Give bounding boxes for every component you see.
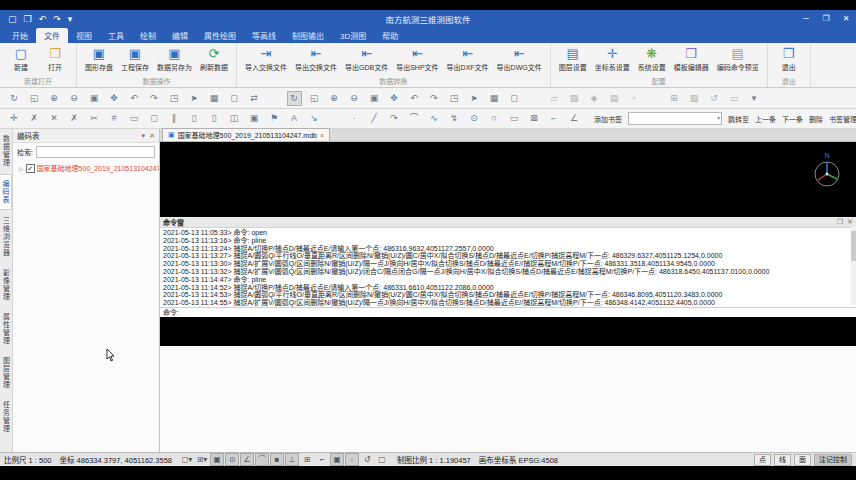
toolbar-icon[interactable]: ▭ [727,91,742,106]
toolbar-icon[interactable]: ↻ [7,91,22,106]
tree-row[interactable]: ▷ ✓ 国家基础地理500_2019_210513104247.mdb (.. [13,161,159,173]
toolbar-icon[interactable]: ◻ [507,91,522,106]
toolbar-icon[interactable]: ⌒ [407,111,422,126]
toolbar-icon[interactable]: ↶ [127,91,142,106]
side-tab[interactable]: 编码表 [0,174,12,210]
toolbar-icon[interactable]: ◫ [227,111,242,126]
ribbon-tab[interactable]: 工具 [100,28,132,43]
quick-access-icon[interactable]: ❒ [24,10,32,28]
toolbar-icon[interactable]: ⊠ [527,111,542,126]
toolbar-icon[interactable]: ∥ [167,111,182,126]
toolbar-icon[interactable]: ⊖ [347,91,362,106]
toolbar-icon[interactable]: ⌐ [547,111,562,126]
toolbar-icon[interactable]: ▦ [207,91,222,106]
window-control-button[interactable]: ❐ [816,10,836,28]
quick-access-icon[interactable]: ▢ [8,10,17,28]
toolbar-icon[interactable]: ◳ [167,91,182,106]
side-tab[interactable]: 图层管理 [1,352,12,394]
delete-bookmark-button[interactable]: 删除 [809,114,823,124]
ribbon-tab[interactable]: 编辑 [164,28,196,43]
toolbar-icon[interactable]: ▣ [367,91,382,106]
toolbar-icon[interactable]: ✛ [7,111,22,126]
status-mode-button[interactable]: 线 [774,454,791,466]
tree-checkbox[interactable]: ✓ [26,164,35,173]
side-tab[interactable]: 属性管理 [1,308,12,350]
status-toggle-icon[interactable]: ■ [270,453,284,466]
status-toggle-icon[interactable]: ⊞ [300,453,314,466]
toolbar-icon[interactable]: ⊕ [47,91,62,106]
ribbon-button[interactable]: ⇤ 导出DWG文件 [494,45,545,72]
toolbar-icon[interactable]: ⚑ [267,111,282,126]
status-mode-button[interactable]: 点 [754,454,771,466]
toolbar-icon[interactable] [527,91,542,106]
toolbar-icon[interactable]: ↶ [407,91,422,106]
ribbon-button[interactable]: ▣ 工程保存 [118,45,152,72]
toolbar-icon[interactable]: ✗ [67,111,82,126]
document-tab[interactable]: ▣ 国家基础地理500_2019_210513104247.mdb × [162,128,330,141]
ribbon-button[interactable]: ▣ 数据另存为 [154,45,195,72]
status-toggle-icon[interactable]: ⊞▾ [195,453,209,466]
status-toggle-icon[interactable]: ▢ [375,453,389,466]
toolbar-icon[interactable]: ↷ [147,91,162,106]
toolbar-icon[interactable]: ➤ [187,91,202,106]
status-toggle-icon[interactable]: ▣ [330,453,344,466]
status-toggle-icon[interactable]: ⊙ [225,453,239,466]
toolbar-icon[interactable]: ▣ [247,111,262,126]
toolbar-icon[interactable]: ⇄ [247,91,262,106]
ribbon-button[interactable]: ✛ 坐标系设置 [592,45,633,72]
ribbon-button[interactable]: ❒ 模板编辑器 [671,45,712,72]
search-input[interactable] [36,146,155,158]
ribbon-button[interactable]: ❋ 系统设置 [635,45,669,72]
toolbar-icon[interactable]: ◻ [227,91,242,106]
goto-bookmark-button[interactable]: 跳转至 [728,114,749,124]
bookmark-combo-input[interactable] [628,112,722,125]
log-scrollbar[interactable] [851,227,856,305]
toolbar-icon[interactable]: ⊕ [327,91,342,106]
toolbar-icon[interactable]: · [347,111,362,126]
toolbar-icon[interactable]: ▤ [607,91,622,106]
ribbon-button[interactable]: ⇤ 导出交换文件 [292,45,340,72]
ribbon-tab[interactable]: 文件 [36,28,68,43]
quick-access-icon[interactable]: ↷ [53,10,61,28]
ribbon-button[interactable]: ▤ 图层设置 [556,45,590,72]
quick-access-icon[interactable]: ↶ [39,10,47,28]
toolbar-icon[interactable]: ▾ [747,91,762,106]
status-toggle-icon[interactable]: ⌐ [315,453,329,466]
ribbon-tab[interactable]: 开始 [4,28,36,43]
toolbar-icon[interactable]: ╱ [367,111,382,126]
toolbar-icon[interactable]: ◱ [307,91,322,106]
quick-access-icon[interactable]: ▾ [68,10,73,28]
side-tab[interactable]: 任务管理 [1,396,12,438]
ribbon-tab[interactable]: 3D测图 [332,28,374,43]
status-mode-button[interactable]: 注记控制 [814,454,852,466]
toolbar-icon[interactable]: ◱ [27,91,42,106]
window-control-button[interactable]: ✕ [836,10,856,28]
status-toggle-icon[interactable]: ↺ [360,453,374,466]
close-tab-icon[interactable]: × [320,132,324,139]
toolbar-icon[interactable]: ◳ [447,91,462,106]
toolbar-icon[interactable]: ∠ [567,111,582,126]
toolbar-icon[interactable]: ▱ [547,91,562,106]
tree-expander-icon[interactable]: ▷ [19,165,24,172]
toolbar-icon[interactable]: ↻ [287,91,302,106]
toolbar-icon[interactable]: ⊞ [667,91,682,106]
status-toggle-icon[interactable]: ▣ [210,453,224,466]
side-tab[interactable]: 三维浏览器 [1,212,12,262]
status-toggle-icon[interactable]: ◻▾ [180,453,194,466]
ribbon-button[interactable]: ⇥ 导入交换文件 [242,45,290,72]
status-mode-button[interactable]: 面 [794,454,811,466]
toolbar-icon[interactable] [327,111,342,126]
side-tab[interactable]: 影像管理 [1,264,12,306]
ribbon-button[interactable]: ▣ 图形存盘 [82,45,116,72]
add-bookmark-button[interactable]: 添加书签 [594,114,622,124]
toolbar-icon[interactable]: ↷ [427,91,442,106]
toolbar-icon[interactable]: ⊙ [467,111,482,126]
toolbar-icon[interactable]: ↺ [707,91,722,106]
toolbar-icon[interactable] [647,91,662,106]
ribbon-tab[interactable]: 制图输出 [284,28,332,43]
panel-window-icon[interactable]: ❐ [837,218,843,226]
toolbar-icon[interactable]: ▯ [207,111,222,126]
manage-bookmark-button[interactable]: 书签管理 [829,114,856,124]
compass-widget[interactable]: N [810,150,844,192]
toolbar-icon[interactable]: ▭ [507,111,522,126]
